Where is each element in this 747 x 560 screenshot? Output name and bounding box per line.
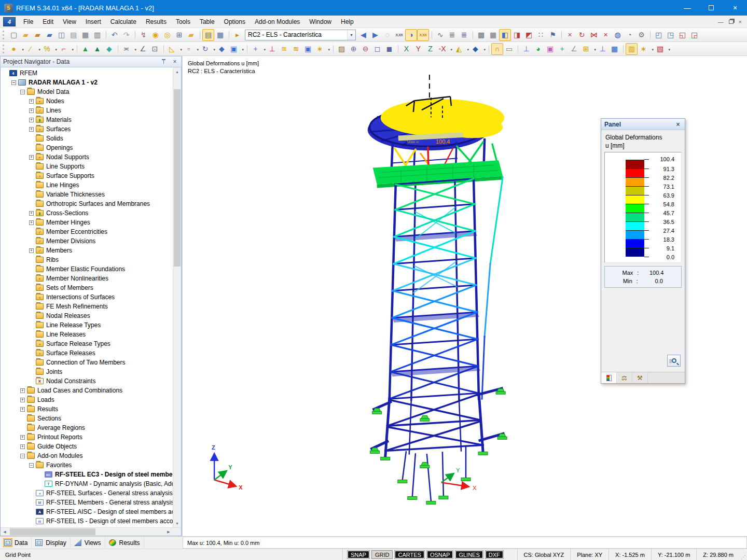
- toolbar-icon[interactable]: ≣: [446, 29, 458, 41]
- toolbar-icon[interactable]: ◭: [453, 43, 465, 55]
- toolbar-icon[interactable]: ↷: [120, 29, 132, 41]
- toolbar-icon[interactable]: ◧: [499, 29, 511, 41]
- toolbar-icon[interactable]: ⊞: [173, 29, 185, 41]
- tree-item[interactable]: Ribs: [1, 255, 173, 264]
- menu-item[interactable]: Calculate: [106, 16, 141, 28]
- tree-item[interactable]: Intersections of Surfaces: [1, 292, 173, 302]
- toolbar-icon[interactable]: ⊡: [149, 43, 161, 55]
- toolbar-icon[interactable]: ×: [600, 29, 612, 41]
- toolbar-icon[interactable]: ▢: [8, 29, 20, 41]
- toolbar-icon[interactable]: ≣: [458, 29, 470, 41]
- toolbar-icon[interactable]: ◍: [612, 29, 624, 41]
- tree-expand-toggle[interactable]: [29, 99, 34, 104]
- toolbar-icon[interactable]: ≍: [120, 43, 132, 55]
- tree-item[interactable]: RF-STEEL EC3 - Design of steel members: [1, 470, 173, 479]
- toolbar-icon[interactable]: ◉: [149, 29, 161, 41]
- tree-item[interactable]: Solids: [1, 134, 173, 143]
- menu-item[interactable]: Edit: [38, 16, 58, 28]
- tree-item[interactable]: FE Mesh Refinements: [1, 302, 173, 311]
- tree-expand-toggle[interactable]: [29, 155, 34, 160]
- toolbar-icon[interactable]: +: [250, 43, 261, 55]
- toolbar-icon[interactable]: ◼: [383, 43, 395, 55]
- toolbar-icon[interactable]: ◩: [523, 29, 535, 41]
- toolbar-icon[interactable]: +: [556, 43, 568, 55]
- toolbar-icon[interactable]: ⊥: [266, 43, 278, 55]
- menu-item[interactable]: Add-on Modules: [250, 16, 305, 28]
- toolbar-icon[interactable]: ⊞: [580, 43, 592, 55]
- scroll-up-icon[interactable]: ▲: [173, 67, 181, 76]
- toolbar-icon[interactable]: ▤: [67, 29, 79, 41]
- tree-expand-toggle[interactable]: [20, 435, 25, 440]
- toolbar-icon[interactable]: Z: [424, 43, 436, 55]
- tree-item[interactable]: Line Supports: [1, 162, 173, 171]
- tree-item[interactable]: Member Elastic Foundations: [1, 264, 173, 274]
- toolbar-icon[interactable]: ◔: [624, 29, 635, 41]
- tree-item[interactable]: Variable Thicknesses: [1, 190, 173, 199]
- menu-item[interactable]: Help: [336, 16, 358, 28]
- toolbar-icon[interactable]: ◆: [469, 43, 481, 55]
- toolbar-icon[interactable]: ▦: [214, 29, 226, 41]
- toolbar-icon[interactable]: X.XX: [393, 29, 405, 41]
- navigator-tab[interactable]: Views: [72, 537, 105, 548]
- tree-expand-toggle[interactable]: [20, 454, 25, 458]
- tree-horizontal-scrollbar[interactable]: ◀ ▶: [1, 527, 181, 536]
- toolbar-icon[interactable]: ◲: [688, 29, 700, 41]
- mdi-close-button[interactable]: ×: [739, 19, 742, 25]
- toolbar-icon[interactable]: ▰: [44, 29, 56, 41]
- toolbar-icon[interactable]: ▩: [475, 29, 487, 41]
- toolbar-icon[interactable]: ◀: [357, 29, 369, 41]
- tree-item[interactable]: Line Releases: [1, 330, 173, 339]
- tree-item[interactable]: RADAR MALAGA 1 - v2: [1, 78, 173, 87]
- menu-item[interactable]: Tools: [171, 16, 195, 28]
- toolbar-icon[interactable]: ▸: [231, 29, 243, 41]
- toolbar-icon[interactable]: ↻: [576, 29, 588, 41]
- toolbar-icon[interactable]: ⚙: [635, 29, 647, 41]
- tree-expand-toggle[interactable]: [29, 118, 34, 122]
- panel-search-button[interactable]: [667, 355, 681, 367]
- toolbar-icon[interactable]: ∠: [568, 43, 580, 55]
- toolbar-icon[interactable]: X.XX: [417, 29, 429, 41]
- tree-item[interactable]: Printout Reports: [1, 432, 173, 442]
- navigator-tab[interactable]: Results: [106, 537, 144, 548]
- tree-item[interactable]: Results: [1, 404, 173, 414]
- tree-item[interactable]: Surfaces: [1, 124, 173, 134]
- toolbar-icon[interactable]: ↶: [108, 29, 120, 41]
- mdi-restore-button[interactable]: [729, 20, 734, 24]
- tree-item[interactable]: Loads: [1, 395, 173, 404]
- scrollbar-thumb[interactable]: [174, 89, 181, 267]
- tree-item[interactable]: Lines: [1, 106, 173, 115]
- tree-item[interactable]: Members: [1, 246, 173, 255]
- toolbar-icon[interactable]: X: [400, 43, 412, 55]
- toolbar-icon[interactable]: ▥: [91, 29, 103, 41]
- toolbar-icon[interactable]: ∕: [24, 43, 36, 55]
- toolbar-icon[interactable]: ▦: [487, 29, 499, 41]
- tree-expand-toggle[interactable]: [20, 388, 25, 393]
- toolbar-icon[interactable]: ⌐: [58, 43, 70, 55]
- tree-item[interactable]: Joints: [1, 367, 173, 376]
- tree-item[interactable]: RF-STEEL AISC - Design of steel members …: [1, 507, 173, 516]
- work-plane-field[interactable]: Plane: XY: [570, 549, 608, 560]
- tree-item[interactable]: Openings: [1, 143, 173, 152]
- toolbar-icon[interactable]: ≋: [278, 43, 290, 55]
- status-toggle-button[interactable]: SNAP: [347, 550, 370, 559]
- tree-vertical-scrollbar[interactable]: ▲ ▼: [173, 67, 181, 527]
- tree-item[interactable]: Add-on Modules: [1, 451, 173, 460]
- status-toggle-button[interactable]: GRID: [371, 550, 393, 559]
- toolbar-icon[interactable]: ▤: [202, 29, 214, 41]
- toolbar-icon[interactable]: ▣: [302, 43, 314, 55]
- toolbar-icon[interactable]: ▦: [79, 29, 91, 41]
- tree-item[interactable]: Line Release Types: [1, 320, 173, 330]
- tree-expand-toggle[interactable]: [11, 80, 16, 85]
- toolbar-icon[interactable]: -X: [436, 43, 448, 55]
- tree-expand-toggle[interactable]: [29, 463, 34, 468]
- toolbar-icon[interactable]: ◻: [371, 43, 383, 55]
- panel-titlebar[interactable]: Panel ×: [601, 119, 685, 130]
- tree-expand-toggle[interactable]: [20, 444, 25, 449]
- toolbar-icon[interactable]: ▣: [228, 43, 240, 55]
- toolbar-icon[interactable]: ∩: [491, 43, 503, 55]
- tree-expand-toggle[interactable]: [29, 108, 34, 113]
- toolbar-icon[interactable]: ◑: [405, 29, 417, 41]
- toolbar-icon[interactable]: ◆: [216, 43, 228, 55]
- panel-close-icon[interactable]: ×: [674, 121, 682, 128]
- toolbar-icon[interactable]: ×: [564, 29, 576, 41]
